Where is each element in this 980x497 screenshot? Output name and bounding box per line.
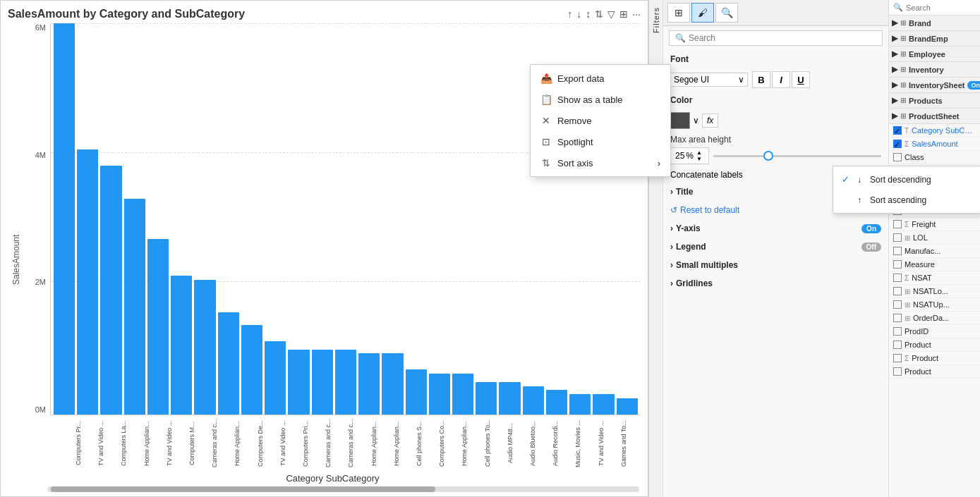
field-group-employee[interactable]: ▶ ⊞ Employee [889,47,980,62]
legend-toggle[interactable]: Off [861,243,881,252]
bar-group-8[interactable] [241,23,262,415]
field-checkbox-freight[interactable] [893,220,902,228]
font-select[interactable]: Segoe UI ∨ [670,73,748,87]
field-checkbox-nsat[interactable] [893,274,902,282]
color-chevron-icon[interactable]: ∨ [693,116,699,125]
bar-17[interactable] [452,374,473,415]
search-panel-btn[interactable]: 🔍 [715,3,738,23]
color-swatch[interactable] [670,112,690,129]
field-category-subcategory[interactable]: ✓ T Category SubCategory [889,124,980,137]
format-search-box[interactable]: 🔍 [669,30,883,46]
bar-24[interactable] [617,398,638,415]
percent-up-btn[interactable]: ▲ [696,149,702,156]
bar-1[interactable] [77,149,98,415]
sort-asc-item[interactable]: ↑ Sort ascending [888,190,980,210]
bar-14[interactable] [382,353,403,415]
bar-group-11[interactable] [312,23,333,415]
more-options-icon[interactable]: ··· [632,8,641,20]
field-checkbox-sales[interactable]: ✓ [893,140,902,148]
italic-btn[interactable]: I [772,71,790,88]
bar-group-14[interactable] [382,23,403,415]
yaxis-section-header[interactable]: › Y-axis On [663,219,888,238]
cm-show-table[interactable]: 📋 Show as a table [531,89,670,110]
cm-spotlight[interactable]: ⊡ Spotlight [531,131,670,152]
expand-icon[interactable]: ⊞ [619,8,628,20]
bar-23[interactable] [593,394,614,415]
fields-search-input[interactable] [906,4,976,12]
bar-15[interactable] [406,369,427,415]
bar-group-15[interactable] [406,23,427,415]
bar-group-9[interactable] [265,23,286,415]
field-checkbox-lol[interactable] [893,233,902,242]
bar-group-1[interactable] [77,23,98,415]
paint-btn[interactable]: 🖌 [691,3,714,23]
bar-16[interactable] [429,374,450,415]
bar-group-16[interactable] [429,23,450,415]
field-product-3[interactable]: Product [889,365,980,379]
field-group-productsheet[interactable]: ▶ ⊞ ProductSheet [889,109,980,124]
field-product-2[interactable]: Σ Product [889,352,980,365]
cm-remove[interactable]: ✕ Remove [531,110,670,131]
bar-3[interactable] [124,199,145,415]
field-checkbox-product2[interactable] [893,354,902,362]
legend-section-header[interactable]: › Legend Off [663,238,888,256]
bar-21[interactable] [546,390,567,415]
percent-box[interactable]: 25 % ▲ ▼ [670,147,709,164]
bar-group-0[interactable] [54,23,75,415]
field-measure[interactable]: Measure [889,258,980,271]
bar-group-13[interactable] [358,23,380,415]
bar-19[interactable] [499,382,520,415]
bar-5[interactable] [171,276,192,415]
cm-sort-axis[interactable]: ⇅ Sort axis › [531,152,670,173]
field-orderda[interactable]: ⊞ OrderDa... [889,312,980,325]
bar-4[interactable] [147,239,169,415]
bar-13[interactable] [358,353,380,415]
sort-toggle-icon[interactable]: ⇅ [595,8,603,20]
bar-12[interactable] [335,350,356,415]
field-manufac[interactable]: Manufac... [889,245,980,258]
field-checkbox-manufac[interactable] [893,247,902,255]
field-checkbox-orderda[interactable] [893,314,902,322]
field-salesamount[interactable]: ✓ Σ SalesAmount [889,137,980,151]
field-checkbox-nsatlo[interactable] [893,287,902,295]
field-group-inventorysheet[interactable]: ▶ ⊞ InventorySheet On [889,78,980,93]
bold-btn[interactable]: B [752,71,770,88]
cm-export-data[interactable]: 📤 Export data [531,68,670,89]
bar-group-2[interactable] [100,23,121,415]
field-nsatup[interactable]: ⊞ NSATUp... [889,298,980,312]
bar-group-6[interactable] [194,23,215,415]
fields-search-bar[interactable]: 🔍 [889,0,980,16]
bar-18[interactable] [476,382,497,415]
bar-8[interactable] [241,325,262,415]
bar-11[interactable] [312,350,333,415]
sort-desc-item[interactable]: ✓ ↓ Sort descending [888,169,980,190]
bar-group-10[interactable] [288,23,309,415]
bar-group-12[interactable] [335,23,356,415]
bar-22[interactable] [569,394,591,415]
field-class[interactable]: Class [889,151,980,164]
font-section-header[interactable]: Font [663,50,888,68]
sort-both-icon[interactable]: ↕ [586,8,591,20]
bar-20[interactable] [523,386,544,415]
field-checkbox-prodid[interactable] [893,327,902,336]
field-group-products[interactable]: ▶ ⊞ Products [889,93,980,109]
sort-desc-icon[interactable]: ↓ [576,8,581,20]
inventorysheet-toggle[interactable]: On [967,81,980,90]
field-group-brandemp[interactable]: ▶ ⊞ BrandEmp [889,31,980,47]
small-multiples-header[interactable]: › Small multiples [663,256,888,274]
bar-group-3[interactable] [124,23,145,415]
bar-group-5[interactable] [171,23,192,415]
field-group-inventory[interactable]: ▶ ⊞ Inventory [889,62,980,78]
scrollbar-track[interactable] [47,486,639,492]
bar-9[interactable] [265,341,286,415]
bar-2[interactable] [100,166,121,415]
fx-btn[interactable]: fx [702,113,718,128]
field-nsatlo[interactable]: ⊞ NSATLo... [889,285,980,298]
filter-icon[interactable]: ▽ [607,8,615,20]
bar-0[interactable] [54,23,75,415]
bar-group-7[interactable] [218,23,239,415]
scrollbar-thumb[interactable] [51,486,435,492]
field-checkbox-category[interactable]: ✓ [893,126,902,135]
bar-10[interactable] [288,350,309,415]
bar-group-18[interactable] [476,23,497,415]
